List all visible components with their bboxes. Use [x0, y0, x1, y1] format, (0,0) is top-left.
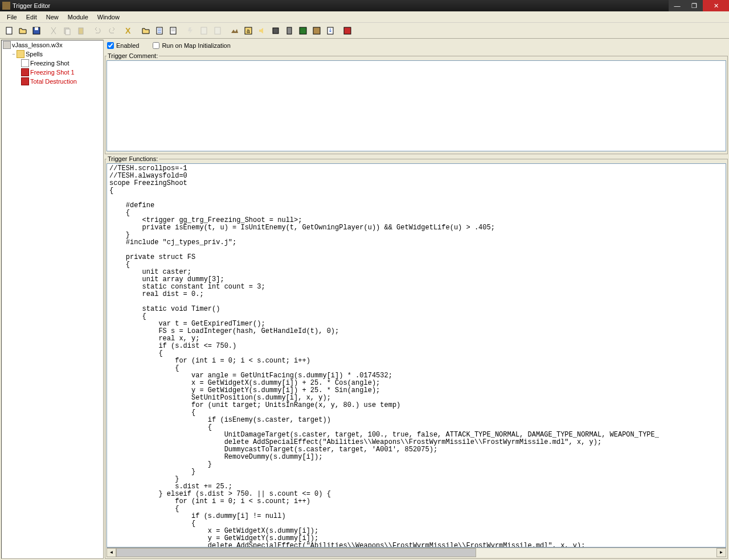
variables-button[interactable]: X	[122, 24, 136, 38]
tree-trigger-freezing-shot-1[interactable]: Freezing Shot 1	[2, 68, 103, 77]
trigger-comment-fieldset: Trigger Comment:	[105, 52, 728, 154]
main-area: vJass_lesson.w3x − Spells Freezing Shot …	[0, 39, 729, 560]
new-event-button	[183, 24, 197, 38]
svg-rect-14	[287, 27, 292, 34]
app-icon	[2, 2, 10, 10]
undo-button	[91, 24, 105, 38]
tree-folder-spells[interactable]: − Spells	[2, 50, 103, 59]
campaign-editor-button[interactable]	[282, 24, 296, 38]
close-button[interactable]: ✕	[703, 0, 729, 11]
horizontal-scrollbar[interactable]: ◄ ►	[107, 547, 726, 557]
save-button[interactable]	[30, 24, 43, 38]
svg-rect-13	[273, 28, 279, 34]
trigger-error-icon	[21, 77, 29, 85]
new-action-button	[211, 24, 224, 38]
scroll-thumb[interactable]	[116, 548, 476, 557]
collapse-icon[interactable]: −	[11, 51, 17, 57]
tree-trigger-label: Freezing Shot 1	[30, 69, 75, 76]
code-text[interactable]: //TESH.scrollpos=-1 //TESH.alwaysfold=0 …	[107, 164, 726, 547]
tree-trigger-freezing-shot[interactable]: Freezing Shot	[2, 59, 103, 68]
trigger-comment-legend: Trigger Comment:	[107, 52, 159, 59]
sound-editor-button[interactable]	[255, 24, 269, 38]
new-file-button[interactable]	[2, 24, 16, 38]
svg-rect-0	[6, 27, 12, 34]
svg-text:X: X	[125, 26, 131, 35]
trigger-options-row: Enabled Run on Map Initialization	[105, 40, 728, 51]
svg-rect-9	[201, 27, 207, 34]
paste-button	[74, 24, 88, 38]
tree-trigger-label: Total Destruction	[30, 78, 77, 85]
minimize-button[interactable]: —	[669, 0, 686, 11]
trigger-comment-input[interactable]	[107, 60, 726, 151]
toolbar: X a	[0, 23, 729, 39]
object-editor-button[interactable]	[269, 24, 282, 38]
new-condition-button	[197, 24, 211, 38]
scroll-right-arrow[interactable]: ►	[716, 548, 726, 557]
window-controls: — ❐ ✕	[669, 0, 729, 11]
run-on-init-text: Run on Map Initialization	[162, 42, 230, 49]
trigger-editor-button[interactable]: a	[241, 24, 255, 38]
svg-rect-10	[215, 27, 220, 34]
menu-module[interactable]: Module	[63, 13, 93, 22]
svg-rect-5	[79, 28, 83, 34]
trigger-functions-legend: Trigger Functions:	[107, 155, 159, 162]
new-category-button[interactable]	[139, 24, 153, 38]
trigger-icon	[21, 59, 29, 67]
scroll-left-arrow[interactable]: ◄	[107, 548, 116, 557]
enabled-text: Enabled	[116, 42, 139, 49]
trigger-tree[interactable]: vJass_lesson.w3x − Spells Freezing Shot …	[1, 40, 104, 559]
ai-editor-button[interactable]	[296, 24, 310, 38]
code-editor[interactable]: //TESH.scrollpos=-1 //TESH.alwaysfold=0 …	[107, 163, 726, 547]
svg-rect-4	[65, 29, 70, 35]
trigger-detail-panel: Enabled Run on Map Initialization Trigge…	[105, 40, 728, 559]
cut-button	[47, 24, 60, 38]
enabled-checkbox[interactable]	[107, 42, 114, 49]
tree-trigger-label: Freezing Shot	[30, 60, 69, 67]
run-on-init-checkbox[interactable]	[153, 42, 159, 49]
menu-file[interactable]: File	[2, 13, 22, 22]
window-title: Trigger Editor	[13, 2, 669, 9]
terrain-editor-button[interactable]	[228, 24, 241, 38]
maximize-button[interactable]: ❐	[686, 0, 703, 11]
menu-window[interactable]: Window	[93, 13, 124, 22]
trigger-functions-fieldset: Trigger Functions: //TESH.scrollpos=-1 /…	[105, 155, 728, 559]
tree-map-label: vJass_lesson.w3x	[12, 42, 63, 48]
new-trigger-button[interactable]	[153, 24, 166, 38]
menu-edit[interactable]: Edit	[22, 13, 42, 22]
new-comment-button[interactable]	[166, 24, 180, 38]
folder-icon	[17, 50, 24, 58]
trigger-error-icon	[21, 68, 29, 76]
svg-text:a: a	[247, 28, 250, 34]
tree-folder-label: Spells	[26, 51, 43, 57]
enabled-checkbox-label[interactable]: Enabled	[107, 42, 139, 49]
menubar: File Edit New Module Window	[0, 11, 729, 23]
menu-new[interactable]: New	[42, 13, 63, 22]
open-button[interactable]	[16, 24, 30, 38]
run-on-init-label[interactable]: Run on Map Initialization	[153, 42, 230, 49]
tree-map-root[interactable]: vJass_lesson.w3x	[2, 40, 103, 50]
svg-rect-16	[313, 27, 320, 34]
svg-rect-2	[35, 27, 38, 30]
object-manager-button[interactable]	[310, 24, 323, 38]
import-manager-button[interactable]	[323, 24, 337, 38]
svg-rect-18	[344, 27, 351, 34]
redo-button	[105, 24, 118, 38]
titlebar: Trigger Editor — ❐ ✕	[0, 0, 729, 11]
tree-trigger-total-destruction[interactable]: Total Destruction	[2, 77, 103, 86]
scroll-track[interactable]	[116, 548, 716, 557]
map-icon	[3, 41, 11, 49]
svg-rect-15	[300, 27, 306, 34]
copy-button	[60, 24, 74, 38]
test-map-button[interactable]	[341, 24, 354, 38]
